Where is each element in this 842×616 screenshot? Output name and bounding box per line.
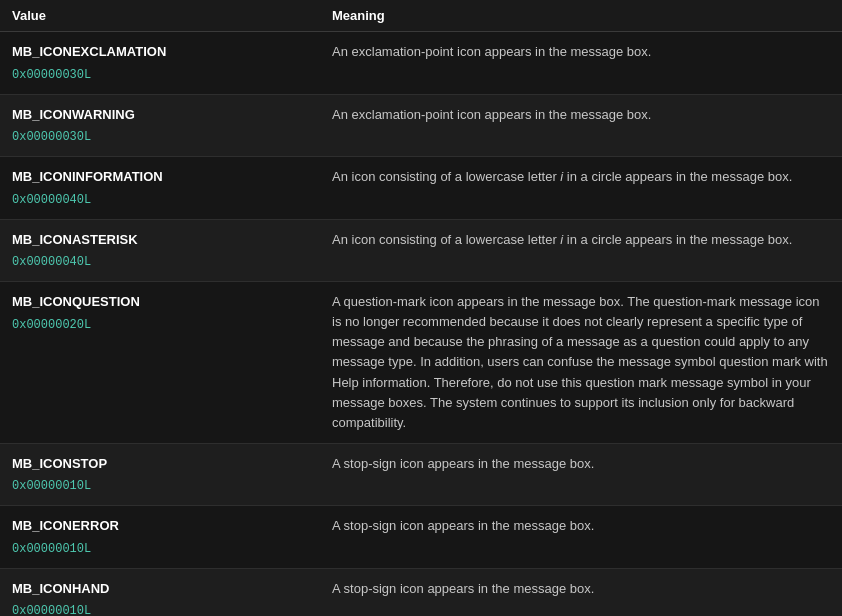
- constant-hex: 0x00000010L: [12, 479, 91, 493]
- constant-name: MB_ICONQUESTION: [12, 292, 308, 312]
- meaning-cell: An exclamation-point icon appears in the…: [320, 94, 842, 157]
- meaning-cell: A stop-sign icon appears in the message …: [320, 506, 842, 569]
- table-header-row: Value Meaning: [0, 0, 842, 32]
- constant-hex: 0x00000030L: [12, 68, 91, 82]
- meaning-column-header: Meaning: [320, 0, 842, 32]
- table-row: MB_ICONASTERISK0x00000040LAn icon consis…: [0, 219, 842, 282]
- meaning-cell: An icon consisting of a lowercase letter…: [320, 219, 842, 282]
- meaning-cell: A question-mark icon appears in the mess…: [320, 282, 842, 444]
- value-cell: MB_ICONQUESTION0x00000020L: [0, 282, 320, 444]
- constant-name: MB_ICONEXCLAMATION: [12, 42, 308, 62]
- constant-name: MB_ICONINFORMATION: [12, 167, 308, 187]
- meaning-cell: An exclamation-point icon appears in the…: [320, 32, 842, 95]
- meaning-text: An exclamation-point icon appears in the…: [332, 107, 651, 122]
- table-row: MB_ICONERROR0x00000010LA stop-sign icon …: [0, 506, 842, 569]
- meaning-cell: An icon consisting of a lowercase letter…: [320, 157, 842, 220]
- constant-hex: 0x00000020L: [12, 318, 91, 332]
- constant-hex: 0x00000040L: [12, 255, 91, 269]
- meaning-text: A question-mark icon appears in the mess…: [332, 294, 828, 430]
- value-cell: MB_ICONERROR0x00000010L: [0, 506, 320, 569]
- meaning-text: An exclamation-point icon appears in the…: [332, 44, 651, 59]
- constant-name: MB_ICONERROR: [12, 516, 308, 536]
- meaning-text: An icon consisting of a lowercase letter…: [332, 169, 792, 184]
- table-row: MB_ICONEXCLAMATION0x00000030LAn exclamat…: [0, 32, 842, 95]
- constant-hex: 0x00000010L: [12, 542, 91, 556]
- constant-name: MB_ICONHAND: [12, 579, 308, 599]
- value-cell: MB_ICONHAND0x00000010L: [0, 568, 320, 616]
- meaning-text: A stop-sign icon appears in the message …: [332, 456, 594, 471]
- meaning-cell: A stop-sign icon appears in the message …: [320, 443, 842, 506]
- constant-name: MB_ICONWARNING: [12, 105, 308, 125]
- value-cell: MB_ICONEXCLAMATION0x00000030L: [0, 32, 320, 95]
- meaning-text: A stop-sign icon appears in the message …: [332, 581, 594, 596]
- meaning-cell: A stop-sign icon appears in the message …: [320, 568, 842, 616]
- table-row: MB_ICONWARNING0x00000030LAn exclamation-…: [0, 94, 842, 157]
- meaning-text: A stop-sign icon appears in the message …: [332, 518, 594, 533]
- constant-name: MB_ICONSTOP: [12, 454, 308, 474]
- constants-table: Value Meaning MB_ICONEXCLAMATION0x000000…: [0, 0, 842, 616]
- constant-hex: 0x00000030L: [12, 130, 91, 144]
- constant-hex: 0x00000010L: [12, 604, 91, 616]
- value-column-header: Value: [0, 0, 320, 32]
- table-row: MB_ICONHAND0x00000010LA stop-sign icon a…: [0, 568, 842, 616]
- value-cell: MB_ICONINFORMATION0x00000040L: [0, 157, 320, 220]
- value-cell: MB_ICONWARNING0x00000030L: [0, 94, 320, 157]
- meaning-text: An icon consisting of a lowercase letter…: [332, 232, 792, 247]
- constant-name: MB_ICONASTERISK: [12, 230, 308, 250]
- value-cell: MB_ICONSTOP0x00000010L: [0, 443, 320, 506]
- value-cell: MB_ICONASTERISK0x00000040L: [0, 219, 320, 282]
- table-row: MB_ICONINFORMATION0x00000040LAn icon con…: [0, 157, 842, 220]
- table-row: MB_ICONSTOP0x00000010LA stop-sign icon a…: [0, 443, 842, 506]
- constant-hex: 0x00000040L: [12, 193, 91, 207]
- table-row: MB_ICONQUESTION0x00000020LA question-mar…: [0, 282, 842, 444]
